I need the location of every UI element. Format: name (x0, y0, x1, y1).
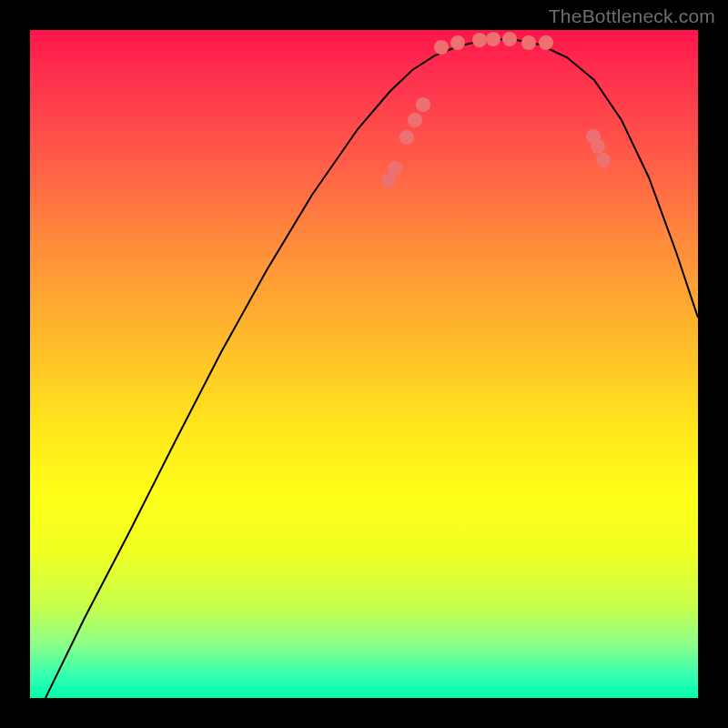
marker-dot (502, 32, 517, 46)
marker-dot (450, 35, 465, 50)
marker-dot (408, 113, 422, 127)
marker-dot (416, 97, 430, 112)
marker-dot (399, 130, 414, 145)
marker-dot (521, 35, 536, 50)
marker-dot (434, 40, 449, 55)
marker-dot (596, 153, 611, 167)
marker-group (381, 32, 611, 187)
marker-dot (486, 32, 500, 46)
marker-dot (591, 139, 605, 154)
marker-dot (539, 35, 553, 50)
marker-dot (388, 161, 402, 176)
bottleneck-chart (30, 30, 698, 698)
watermark-text: TheBottleneck.com (549, 5, 715, 27)
marker-dot (472, 33, 487, 47)
